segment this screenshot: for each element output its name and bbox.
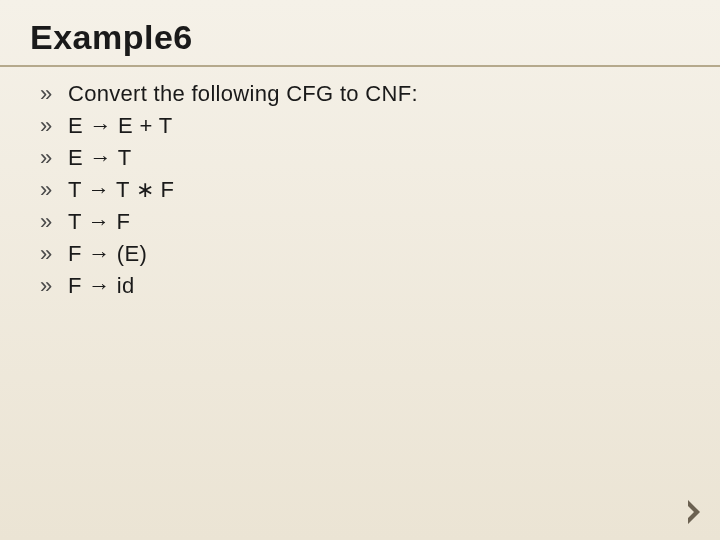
page-title: Example6 — [30, 18, 690, 57]
bullet-text: E → T — [68, 145, 131, 171]
bullet-marker: » — [40, 145, 68, 171]
bullet-marker: » — [40, 113, 68, 139]
content-area: » Convert the following CFG to CNF: » E … — [0, 67, 720, 299]
chevron-right-icon — [686, 498, 704, 526]
bullet-marker: » — [40, 209, 68, 235]
bullet-marker: » — [40, 177, 68, 203]
bullet-marker: » — [40, 273, 68, 299]
list-item: » F → id — [40, 273, 680, 299]
bullet-text: F → id — [68, 273, 135, 299]
list-item: » E → E + T — [40, 113, 680, 139]
list-item: » T → F — [40, 209, 680, 235]
list-item: » F → (E) — [40, 241, 680, 267]
bullet-text: E → E + T — [68, 113, 172, 139]
list-item: » T → T ∗ F — [40, 177, 680, 203]
bullet-text: Convert the following CFG to CNF: — [68, 81, 418, 107]
bullet-marker: » — [40, 241, 68, 267]
bullet-text: T → F — [68, 209, 130, 235]
title-area: Example6 — [0, 0, 720, 67]
bullet-text: F → (E) — [68, 241, 147, 267]
list-item: » E → T — [40, 145, 680, 171]
bullet-text: T → T ∗ F — [68, 177, 174, 203]
bullet-marker: » — [40, 81, 68, 107]
list-item: » Convert the following CFG to CNF: — [40, 81, 680, 107]
